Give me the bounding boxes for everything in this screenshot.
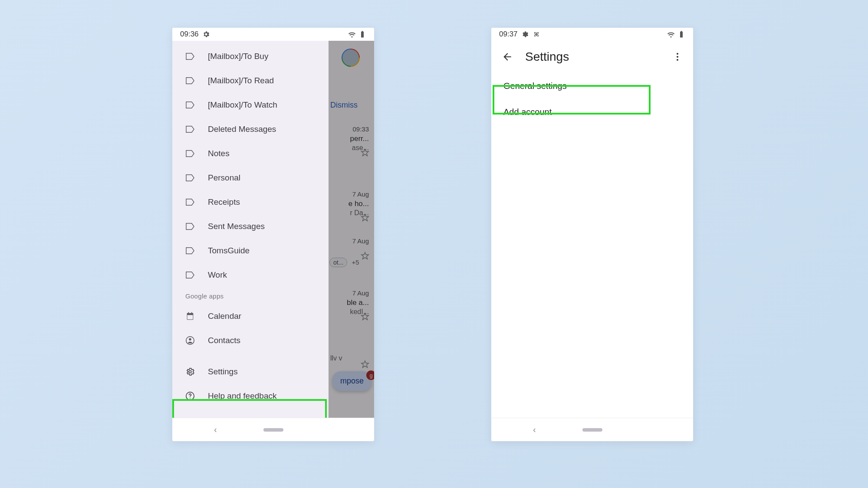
calendar-icon <box>185 311 195 321</box>
status-time: 09:37 <box>499 30 518 39</box>
app-calendar[interactable]: Calendar <box>172 304 329 328</box>
page-title: Settings <box>525 50 569 64</box>
app-bar: Settings <box>491 41 693 73</box>
app-contacts[interactable]: Contacts <box>172 328 329 353</box>
label-text: [Mailbox]/To Buy <box>208 52 268 61</box>
help-label: Help and feedback <box>208 391 276 401</box>
scrim[interactable] <box>329 41 374 418</box>
item-label: Add account <box>503 107 552 117</box>
gear-icon <box>185 367 195 377</box>
label-text: Deleted Messages <box>208 124 276 134</box>
contacts-icon <box>185 336 195 345</box>
wifi-icon <box>348 30 356 38</box>
label-to-read[interactable]: [Mailbox]/To Read <box>172 69 329 93</box>
pinwheel-icon <box>533 30 540 38</box>
nav-pill[interactable] <box>263 428 283 432</box>
general-settings-item[interactable]: General settings <box>491 73 693 99</box>
label-personal[interactable]: Personal <box>172 166 329 190</box>
svg-point-4 <box>190 398 191 399</box>
system-nav: ‹ <box>172 418 374 441</box>
svg-point-6 <box>677 56 678 58</box>
label-icon <box>185 101 195 109</box>
help-icon <box>185 391 195 401</box>
help-item[interactable]: Help and feedback <box>172 384 329 408</box>
label-text: Notes <box>208 149 230 158</box>
phone-left: 09:36 Dismiss 09:33 perr... ase... 7 Aug… <box>172 28 374 441</box>
label-text: Work <box>208 270 227 280</box>
svg-point-2 <box>189 370 191 373</box>
phone-right: 09:37 Settings General settings Add acco… <box>491 28 693 441</box>
svg-point-7 <box>677 59 678 61</box>
nav-back-icon[interactable]: ‹ <box>214 425 217 435</box>
system-nav: ‹ <box>491 418 693 441</box>
label-text: [Mailbox]/To Read <box>208 76 274 85</box>
app-label: Calendar <box>208 311 241 321</box>
label-icon <box>185 77 195 85</box>
settings-label: Settings <box>208 367 238 377</box>
arrow-back-icon[interactable] <box>502 51 513 62</box>
svg-point-1 <box>189 338 191 341</box>
svg-point-5 <box>677 53 678 55</box>
battery-icon <box>677 30 685 38</box>
label-icon <box>185 198 195 206</box>
item-label: General settings <box>503 81 567 91</box>
label-text: Sent Messages <box>208 222 265 231</box>
label-icon <box>185 52 195 60</box>
label-notes[interactable]: Notes <box>172 141 329 166</box>
gear-icon <box>521 30 529 38</box>
status-time: 09:36 <box>180 30 199 39</box>
nav-back-icon[interactable]: ‹ <box>533 425 536 435</box>
label-sent[interactable]: Sent Messages <box>172 214 329 239</box>
nav-drawer: [Mailbox]/To Buy [Mailbox]/To Read [Mail… <box>172 41 329 418</box>
add-account-item[interactable]: Add account <box>491 99 693 125</box>
label-icon <box>185 271 195 279</box>
label-text: Receipts <box>208 197 240 207</box>
label-icon <box>185 150 195 157</box>
battery-icon <box>358 30 366 38</box>
status-bar: 09:37 <box>491 28 693 41</box>
label-work[interactable]: Work <box>172 263 329 287</box>
more-vert-icon[interactable] <box>672 52 683 62</box>
label-to-buy[interactable]: [Mailbox]/To Buy <box>172 44 329 69</box>
section-google-apps: Google apps <box>172 287 329 304</box>
label-icon <box>185 247 195 255</box>
label-receipts[interactable]: Receipts <box>172 190 329 214</box>
drawer-and-inbox: Dismiss 09:33 perr... ase... 7 Aug e ho.… <box>172 41 374 418</box>
label-icon <box>185 174 195 182</box>
wifi-icon <box>667 30 675 38</box>
status-bar: 09:36 <box>172 28 374 41</box>
label-text: TomsGuide <box>208 246 250 255</box>
label-deleted[interactable]: Deleted Messages <box>172 117 329 141</box>
gear-icon <box>202 30 210 38</box>
label-text: Personal <box>208 173 240 183</box>
label-text: [Mailbox]/To Watch <box>208 100 277 110</box>
label-to-watch[interactable]: [Mailbox]/To Watch <box>172 93 329 117</box>
label-icon <box>185 125 195 133</box>
label-icon <box>185 223 195 230</box>
app-label: Contacts <box>208 336 240 345</box>
nav-pill[interactable] <box>582 428 602 432</box>
label-tomsguide[interactable]: TomsGuide <box>172 239 329 263</box>
settings-item[interactable]: Settings <box>172 360 329 384</box>
settings-screen: Settings General settings Add account <box>491 41 693 418</box>
